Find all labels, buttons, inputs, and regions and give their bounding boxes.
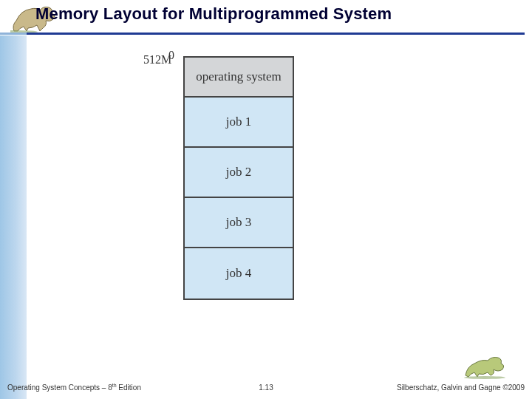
memory-row-job4: job 4 (185, 248, 293, 299)
dinosaur-icon (463, 350, 511, 380)
svg-point-1 (464, 376, 505, 379)
slide-footer: Operating System Concepts – 8th Edition … (7, 380, 525, 395)
slide: Memory Layout for Multiprogrammed System… (0, 0, 532, 399)
left-stripe (0, 35, 27, 399)
footer-left-text-b: Edition (117, 383, 141, 392)
footer-left-text-a: Operating System Concepts – 8 (7, 383, 112, 392)
slide-content: 0 operating system job 1 job 2 job 3 job… (27, 44, 532, 369)
footer-right: Silberschatz, Galvin and Gagne ©2009 (397, 383, 525, 392)
memory-row-job1: job 1 (185, 98, 293, 148)
memory-row-job3: job 3 (185, 198, 293, 248)
title-underline (0, 33, 525, 35)
memory-row-os: operating system (185, 58, 293, 98)
slide-title-wrap: Memory Layout for Multiprogrammed System (35, 4, 525, 24)
title-underline-accent (0, 33, 27, 35)
footer-left: Operating System Concepts – 8th Edition (7, 383, 141, 392)
address-bottom-label: 512M (143, 53, 171, 66)
slide-title: Memory Layout for Multiprogrammed System (35, 4, 525, 24)
footer-page-number: 1.13 (259, 383, 273, 392)
memory-table: operating system job 1 job 2 job 3 job 4 (183, 56, 294, 300)
memory-row-job2: job 2 (185, 148, 293, 198)
